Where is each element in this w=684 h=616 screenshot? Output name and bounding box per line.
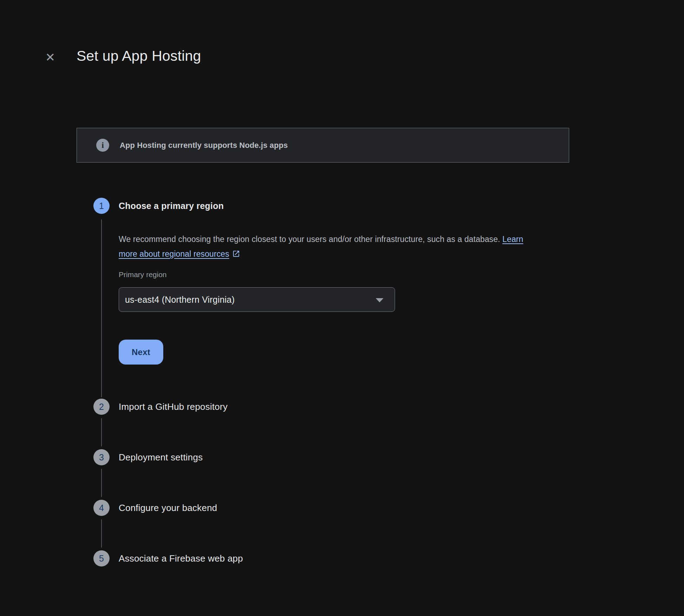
step-4-label: Configure your backend [119, 503, 217, 513]
step-connector-4 [101, 519, 102, 548]
info-icon: i [96, 139, 109, 152]
step-4-circle: 4 [93, 500, 110, 516]
step-2-circle: 2 [93, 399, 110, 415]
step-connector-3 [101, 469, 102, 497]
step-1-circle: 1 [93, 198, 110, 214]
region-description: We recommend choosing the region closest… [119, 232, 535, 261]
step-1-label: Choose a primary region [119, 201, 224, 211]
close-icon[interactable]: ✕ [42, 50, 58, 65]
step-row-configure-your-backend: 4 Configure your backend [93, 500, 217, 516]
chevron-down-icon [376, 298, 383, 302]
page-title: Set up App Hosting [77, 48, 201, 64]
next-button[interactable]: Next [119, 340, 163, 365]
setup-app-hosting-dialog: ✕ Set up App Hosting i App Hosting curre… [0, 0, 684, 616]
primary-region-label: Primary region [119, 270, 167, 279]
step-row-choose-primary-region: 1 Choose a primary region [93, 198, 224, 214]
primary-region-value: us-east4 (Northern Virginia) [125, 295, 235, 305]
step-3-label: Deployment settings [119, 452, 203, 463]
step-5-circle: 5 [93, 550, 110, 566]
step-row-deployment-settings: 3 Deployment settings [93, 449, 203, 465]
external-link-icon [232, 250, 240, 258]
region-description-text: We recommend choosing the region closest… [119, 235, 500, 244]
info-banner: i App Hosting currently supports Node.js… [77, 128, 569, 163]
step-5-label: Associate a Firebase web app [119, 553, 243, 564]
step-connector-1 [101, 219, 102, 397]
info-banner-text: App Hosting currently supports Node.js a… [120, 141, 288, 150]
step-connector-2 [101, 418, 102, 446]
step-3-circle: 3 [93, 449, 110, 465]
step-row-associate-firebase-web-app: 5 Associate a Firebase web app [93, 550, 243, 566]
step-2-label: Import a GitHub repository [119, 401, 228, 412]
step-row-import-github-repository: 2 Import a GitHub repository [93, 399, 228, 415]
primary-region-select[interactable]: us-east4 (Northern Virginia) [119, 287, 395, 312]
